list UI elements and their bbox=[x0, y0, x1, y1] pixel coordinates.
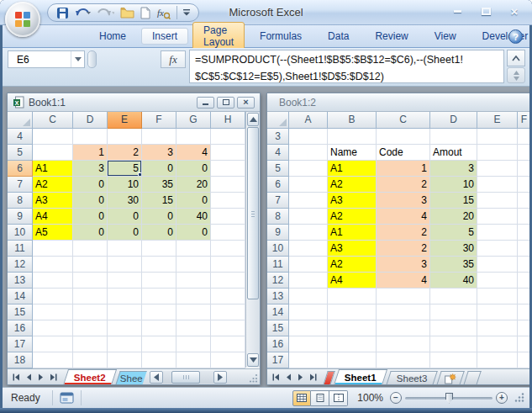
cell-C8[interactable]: 4 bbox=[377, 209, 430, 225]
column-header-D[interactable]: D bbox=[73, 112, 108, 129]
cell-C12[interactable] bbox=[33, 257, 73, 273]
zoom-in-button[interactable]: + bbox=[496, 392, 508, 404]
cell-G14[interactable] bbox=[176, 289, 211, 304]
scroll-down-button[interactable] bbox=[247, 353, 259, 367]
cell-D11[interactable] bbox=[73, 241, 108, 257]
cell-C7[interactable]: A2 bbox=[33, 177, 73, 193]
row-header-3[interactable]: 3 bbox=[267, 129, 289, 145]
row-header-17[interactable]: 17 bbox=[267, 352, 289, 368]
cell-E17[interactable] bbox=[108, 336, 142, 352]
record-macro-button[interactable] bbox=[53, 392, 81, 404]
row-header-5[interactable]: 5 bbox=[267, 161, 289, 177]
horizontal-scrollbar[interactable] bbox=[150, 369, 227, 384]
sheet-tab-sliver[interactable] bbox=[323, 371, 335, 384]
cell-E9[interactable] bbox=[477, 225, 518, 241]
next-sheet-button[interactable] bbox=[36, 372, 46, 382]
cell-A12[interactable] bbox=[289, 273, 328, 289]
cell-C13[interactable] bbox=[377, 289, 430, 304]
cell-B10[interactable]: A3 bbox=[328, 241, 377, 257]
cell-F14[interactable] bbox=[142, 289, 176, 304]
row-header-10[interactable]: 10 bbox=[8, 225, 33, 241]
cell-F15[interactable] bbox=[142, 304, 176, 320]
ribbon-tab-review[interactable]: Review bbox=[364, 28, 419, 45]
name-box-splitter[interactable] bbox=[87, 50, 97, 68]
cell-D16[interactable] bbox=[73, 320, 108, 336]
cell-D9[interactable]: 5 bbox=[430, 225, 477, 241]
cell-B9[interactable]: A1 bbox=[328, 225, 377, 241]
cell-E16[interactable] bbox=[108, 320, 142, 336]
cell-A4[interactable] bbox=[289, 145, 328, 161]
previous-sheet-button[interactable] bbox=[24, 372, 34, 382]
row-header-13[interactable]: 13 bbox=[267, 289, 289, 304]
cell-H16[interactable] bbox=[211, 320, 245, 336]
cell-E16[interactable] bbox=[477, 336, 518, 352]
cell-F7[interactable] bbox=[518, 193, 529, 209]
cell-D3[interactable] bbox=[430, 129, 477, 145]
insert-function-button[interactable]: fx bbox=[156, 7, 171, 19]
cell-G5[interactable]: 4 bbox=[176, 145, 211, 161]
cell-E11[interactable] bbox=[477, 257, 518, 273]
scroll-left-button[interactable] bbox=[150, 371, 163, 384]
cell-H14[interactable] bbox=[211, 289, 245, 304]
vertical-scroll-thumb[interactable] bbox=[247, 127, 259, 299]
cell-D8[interactable]: 0 bbox=[73, 193, 108, 209]
cell-D12[interactable] bbox=[73, 257, 108, 273]
row-header-4[interactable]: 4 bbox=[267, 145, 289, 161]
cell-H10[interactable] bbox=[211, 225, 245, 241]
last-sheet-button[interactable] bbox=[308, 372, 319, 382]
cell-F9[interactable]: 0 bbox=[142, 209, 176, 225]
cell-C10[interactable]: 2 bbox=[377, 241, 430, 257]
resize-grip[interactable] bbox=[247, 369, 260, 384]
cell-F3[interactable] bbox=[518, 129, 529, 145]
ribbon-tab-page-layout[interactable]: Page Layout bbox=[192, 22, 245, 51]
cell-G7[interactable]: 20 bbox=[176, 177, 211, 193]
cell-B16[interactable] bbox=[328, 336, 377, 352]
row-header-14[interactable]: 14 bbox=[267, 304, 289, 320]
cell-E10[interactable]: 0 bbox=[108, 225, 142, 241]
cell-F11[interactable] bbox=[142, 241, 176, 257]
cell-C8[interactable]: A3 bbox=[33, 193, 73, 209]
cell-F9[interactable] bbox=[518, 225, 529, 241]
cell-E12[interactable] bbox=[108, 257, 142, 273]
row-header-16[interactable]: 16 bbox=[8, 320, 33, 336]
cell-E3[interactable] bbox=[477, 129, 518, 145]
cell-D13[interactable] bbox=[73, 273, 108, 289]
zoom-slider-track[interactable] bbox=[405, 397, 492, 400]
row-header-17[interactable]: 17 bbox=[8, 336, 33, 352]
cell-A8[interactable] bbox=[289, 209, 328, 225]
cell-B7[interactable]: A3 bbox=[328, 193, 377, 209]
cell-A16[interactable] bbox=[289, 336, 328, 352]
cell-B4[interactable]: Name bbox=[328, 145, 377, 161]
cell-B12[interactable]: A4 bbox=[328, 273, 377, 289]
cell-A5[interactable] bbox=[289, 161, 328, 177]
cell-D10[interactable]: 0 bbox=[73, 225, 108, 241]
cell-H17[interactable] bbox=[211, 336, 245, 352]
cell-D17[interactable] bbox=[430, 352, 477, 368]
redo-button[interactable] bbox=[97, 7, 114, 19]
customize-qat-button[interactable] bbox=[183, 9, 190, 16]
cell-F12[interactable] bbox=[142, 257, 176, 273]
cell-A3[interactable] bbox=[289, 129, 328, 145]
cell-E5[interactable]: 2 bbox=[108, 145, 142, 161]
row-header-10[interactable]: 10 bbox=[267, 241, 289, 257]
cell-E6[interactable] bbox=[477, 177, 518, 193]
cell-C17[interactable] bbox=[377, 352, 430, 368]
cell-D5[interactable]: 3 bbox=[430, 161, 477, 177]
cell-E7[interactable] bbox=[477, 193, 518, 209]
sheet-tab-sheet2[interactable]: Sheet2 bbox=[63, 369, 117, 384]
ribbon-tab-view[interactable]: View bbox=[424, 28, 467, 45]
cell-C4[interactable]: Code bbox=[377, 145, 430, 161]
cell-F6[interactable]: 0 bbox=[142, 161, 176, 177]
cell-D15[interactable] bbox=[430, 320, 477, 336]
child-minimize-button[interactable] bbox=[197, 97, 214, 109]
scroll-track[interactable] bbox=[246, 299, 260, 352]
cell-B13[interactable] bbox=[328, 289, 377, 304]
cell-F11[interactable] bbox=[518, 257, 529, 273]
cell-C9[interactable]: A4 bbox=[33, 209, 73, 225]
cell-D7[interactable]: 0 bbox=[73, 177, 108, 193]
cell-C4[interactable] bbox=[33, 129, 73, 145]
cell-F6[interactable] bbox=[518, 177, 529, 193]
child-window-title-bar[interactable]: Book1:2 bbox=[267, 93, 529, 112]
cell-H12[interactable] bbox=[211, 257, 245, 273]
window-resize-grip[interactable] bbox=[514, 392, 524, 405]
